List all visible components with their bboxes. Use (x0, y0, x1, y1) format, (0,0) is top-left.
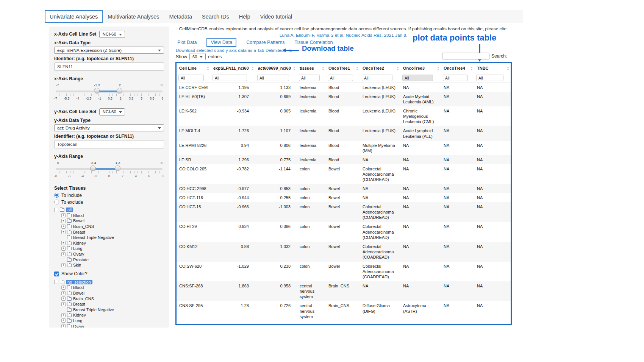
download-link[interactable]: Download selected x and y axis data as a… (176, 48, 292, 53)
table-row[interactable]: LE:CCRF-CEM 1.195 1.133 leukemia Blood L… (177, 83, 511, 92)
x-slider-handle-to[interactable] (117, 88, 122, 94)
table-row[interactable]: LE:SR 1.296 0.775 leukemia Blood NA NA N… (177, 155, 511, 164)
tree-item[interactable]: Brain_CNS (61, 224, 164, 229)
y-data-type-select[interactable]: act: Drug Activity (54, 124, 164, 131)
table-row[interactable]: CO:HT29 -0.934 -0.386 colon Bowel Colore… (177, 222, 511, 242)
table-row[interactable]: CNS:SF-295 1.28 0.726 central nervous sy… (177, 301, 511, 321)
search-input[interactable] (442, 53, 489, 59)
tree-item[interactable]: Bowel (61, 290, 164, 296)
tab-compare-patterns[interactable]: Compare Patterns (246, 40, 284, 45)
x-cell-line-set-select[interactable]: NCI-60 (99, 31, 125, 38)
column-filter-input[interactable] (328, 75, 353, 81)
expand-icon[interactable] (61, 236, 66, 240)
expand-icon[interactable] (61, 302, 66, 306)
x-slider-handle-from[interactable] (94, 88, 100, 94)
y-identifier-input[interactable] (54, 140, 164, 148)
sort-icon[interactable] (252, 67, 254, 70)
tissue-include-option[interactable]: To include (54, 192, 164, 198)
expand-icon[interactable] (61, 241, 66, 245)
x-identifier-input[interactable] (54, 62, 164, 71)
include-radio[interactable] (54, 193, 59, 198)
column-filter-input[interactable] (443, 75, 468, 81)
tree-item[interactable]: Ovary (61, 251, 164, 257)
tree-item[interactable]: Breast (61, 301, 164, 307)
table-row[interactable]: LE:K-562 -0.934 0.065 leukemia Blood Leu… (177, 106, 511, 126)
tree-root-label[interactable]: no_selection (66, 280, 92, 284)
y-slider-handle-from[interactable] (90, 165, 96, 171)
table-row[interactable]: CO:HCT-116 -0.944 0.255 colon Bowel NA N… (177, 193, 511, 202)
column-filter-input[interactable] (213, 75, 247, 81)
column-header[interactable]: OncoTree4 (441, 63, 474, 73)
expand-icon[interactable] (61, 247, 66, 251)
table-row[interactable]: CO:COLO 205 -0.782 -1.144 colon Bowel Co… (177, 164, 511, 184)
expand-icon[interactable] (61, 225, 66, 229)
table-row[interactable]: CNS:SF-268 1.863 0.958 central nervous s… (177, 281, 511, 301)
expand-icon[interactable] (61, 324, 66, 328)
expand-icon[interactable] (61, 286, 66, 290)
expand-icon[interactable] (61, 219, 66, 223)
sort-icon[interactable] (207, 67, 209, 70)
show-color-option[interactable]: Show Color? (54, 271, 164, 277)
tree-item[interactable]: Lung (61, 246, 164, 251)
tissue-exclude-option[interactable]: To exclude (54, 199, 164, 205)
table-row[interactable]: CO:HCC-2998 -0.977 -0.853 colon Bowel NA… (177, 184, 511, 193)
tree-item[interactable]: Lung (61, 318, 164, 324)
sort-icon[interactable] (397, 67, 399, 70)
x-range-slider[interactable]: -7 8 -1.2 2 -7-5.5-4-2.5-10.523.556.58 (56, 88, 163, 104)
tree-item[interactable]: Breast (61, 229, 164, 235)
y-slider-handle-to[interactable] (115, 165, 120, 171)
entries-select[interactable]: 60 (189, 53, 206, 60)
table-row[interactable]: LE:RPMI-8226 -0.94 -0.806 leukemia Blood… (177, 141, 511, 155)
table-row[interactable]: LE:MOLT-4 1.726 1.107 leukemia Blood Leu… (177, 126, 511, 140)
tree-item[interactable]: Blood (61, 285, 164, 290)
tree-item[interactable]: Blood (61, 213, 164, 218)
column-header[interactable]: OncoTree1 (326, 63, 360, 73)
expand-icon[interactable] (61, 263, 66, 267)
nav-tab-univariate-analyses[interactable]: Univariate Analyses (45, 10, 103, 23)
expand-icon[interactable] (61, 296, 66, 301)
expand-icon[interactable] (61, 291, 66, 295)
tree-item[interactable]: Bowel (61, 218, 164, 224)
exclude-radio[interactable] (54, 200, 59, 204)
column-header[interactable]: TNBC (474, 63, 511, 73)
sort-icon[interactable] (470, 67, 473, 70)
sort-icon[interactable] (322, 67, 324, 70)
expand-icon[interactable] (61, 213, 66, 217)
column-header[interactable]: Cell Line (177, 63, 211, 73)
column-filter-input[interactable] (299, 75, 320, 81)
x-data-type-select[interactable]: exp: mRNA Expression (Z-Score) (54, 47, 164, 54)
nav-tab-help[interactable]: Help (234, 10, 255, 23)
tree-item[interactable]: Breast Triple Negative (61, 307, 164, 313)
expand-icon[interactable] (61, 230, 66, 234)
nav-tab-multivariate-analyses[interactable]: Multivariate Analyses (103, 10, 164, 23)
column-header[interactable]: act609699_nci60 (255, 63, 297, 73)
column-filter-input[interactable] (402, 75, 433, 81)
tree-root[interactable]: no_selection (54, 279, 164, 285)
nav-tab-search-ids[interactable]: Search IDs (197, 10, 234, 23)
sort-icon[interactable] (293, 67, 295, 70)
y-range-slider[interactable]: -8 8 -2.4 1.3 -8-6-4-202468 (56, 166, 163, 182)
table-row[interactable]: CO:SW-620 -1.029 0.238 colon Bowel Color… (177, 262, 511, 281)
sort-icon[interactable] (507, 67, 509, 70)
tab-view-data[interactable]: View Data (206, 38, 236, 47)
column-filter-input[interactable] (257, 75, 289, 81)
expand-icon[interactable] (61, 313, 66, 317)
table-row[interactable]: CO:KM12 -0.88 -1.032 colon Bowel Colorec… (177, 242, 511, 262)
tree-item[interactable]: Kidney (61, 240, 164, 246)
nav-tab-metadata[interactable]: Metadata (164, 10, 197, 23)
nav-tab-video-tutorial[interactable]: Video tutorial (255, 10, 297, 23)
tree-item[interactable]: Kidney (61, 312, 164, 318)
tree-item[interactable]: Breast Triple Negative (61, 235, 164, 240)
tree-root-label[interactable]: all (66, 208, 73, 212)
column-filter-input[interactable] (362, 75, 392, 81)
column-header[interactable]: expSLFN11_nci60 (211, 63, 255, 73)
expand-icon[interactable] (61, 252, 66, 256)
expand-icon[interactable] (61, 257, 66, 262)
column-header[interactable]: OncoTree3 (400, 63, 441, 73)
column-header[interactable]: tissues (297, 63, 326, 73)
table-row[interactable]: CO:HCT-15 -0.966 -1.003 colon Bowel Colo… (177, 202, 511, 222)
column-filter-input[interactable] (178, 75, 204, 81)
sort-icon[interactable] (437, 67, 439, 70)
collapse-icon[interactable] (54, 280, 58, 284)
expand-icon[interactable] (61, 318, 66, 323)
